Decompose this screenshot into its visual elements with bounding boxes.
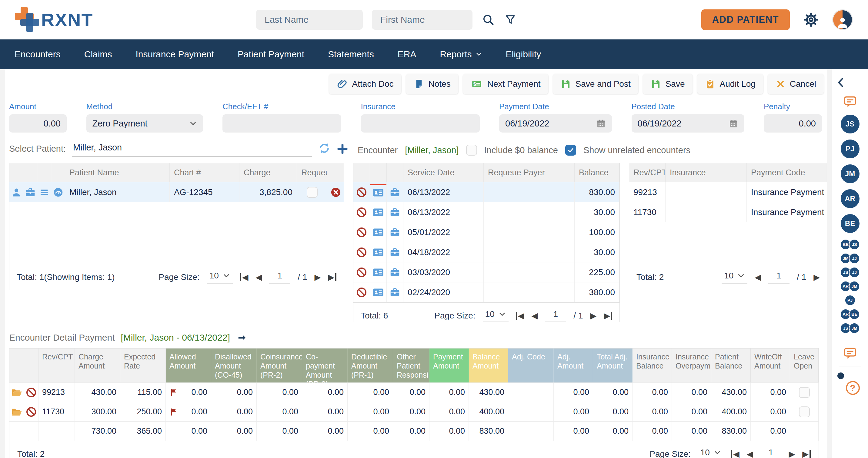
calendar-icon[interactable]: [728, 119, 738, 128]
field-payment-date-input[interactable]: 06/19/2022: [499, 114, 612, 133]
nav-item-claims[interactable]: Claims: [84, 49, 112, 59]
add-patient-button[interactable]: ADD PATIENT: [701, 9, 790, 30]
encounter-row[interactable]: 06/13/202230.00: [353, 202, 619, 222]
notes-button[interactable]: Notes: [406, 74, 458, 94]
patient-row[interactable]: Miller, JasonAG-123453,825.00: [9, 182, 344, 202]
encounter-card-icon[interactable]: [372, 246, 384, 258]
page-number-input[interactable]: 1: [545, 309, 566, 322]
first-page-button[interactable]: ◀: [240, 273, 249, 282]
encounter-card-icon[interactable]: [372, 266, 384, 279]
patient-case-icon[interactable]: [25, 187, 36, 198]
arrow-right-icon[interactable]: [236, 333, 248, 342]
revcpt-row[interactable]: 11730Insurance Payment: [629, 202, 827, 222]
previous-page-button[interactable]: ◀: [747, 449, 753, 458]
chat-icon[interactable]: [843, 346, 857, 360]
field-posted-date-input[interactable]: 06/19/2022: [631, 114, 744, 133]
encounter-card-icon[interactable]: [372, 226, 384, 238]
previous-page-button[interactable]: ◀: [755, 273, 761, 282]
void-encounter-icon[interactable]: [356, 287, 367, 298]
next-page-button[interactable]: ▶: [813, 273, 820, 282]
revcpt-row[interactable]: 99213Insurance Payment: [629, 182, 827, 202]
user-avatar[interactable]: [832, 9, 853, 30]
attach-doc-button[interactable]: Attach Doc: [329, 74, 401, 94]
audit-log-button[interactable]: Audit Log: [698, 74, 763, 94]
open-folder-icon[interactable]: [11, 387, 23, 398]
field-amount-input[interactable]: 0.00: [9, 114, 67, 133]
field-penalty-input[interactable]: 0.00: [764, 114, 822, 133]
encounter-row[interactable]: 02/24/2020380.00: [353, 282, 619, 303]
encounter-card-icon[interactable]: [372, 206, 384, 219]
select-patient-input[interactable]: Miller, Jason: [72, 143, 312, 157]
leave-open-checkbox[interactable]: [799, 387, 810, 398]
encounter-row[interactable]: 03/03/2020225.00: [353, 262, 619, 282]
page-number-input[interactable]: 1: [768, 271, 789, 284]
nav-item-eligibility[interactable]: Eligibility: [506, 49, 541, 59]
last-page-button[interactable]: ▶: [802, 449, 811, 458]
user-avatar-be[interactable]: BE: [849, 309, 860, 320]
nav-item-statements[interactable]: Statements: [328, 49, 374, 59]
encounter-case-icon[interactable]: [390, 247, 400, 258]
first-name-input[interactable]: [372, 10, 472, 30]
requeue-checkbox[interactable]: [307, 187, 318, 198]
next-page-button[interactable]: ▶: [590, 311, 596, 321]
user-avatar-js[interactable]: JS: [849, 239, 860, 250]
last-name-input[interactable]: [256, 10, 363, 30]
previous-page-button[interactable]: ◀: [532, 311, 538, 321]
patient-dashboard-icon[interactable]: [53, 187, 64, 198]
encounter-case-icon[interactable]: [390, 267, 400, 278]
add-patient-plus-icon[interactable]: [336, 143, 348, 157]
nav-item-patient-payment[interactable]: Patient Payment: [238, 49, 304, 59]
remove-patient-icon[interactable]: [330, 187, 342, 198]
void-encounter-icon[interactable]: [356, 187, 367, 198]
field-method-input[interactable]: Zero Payment: [86, 114, 203, 133]
user-avatar-ar[interactable]: AR: [841, 189, 860, 208]
void-encounter-icon[interactable]: [356, 206, 367, 218]
save-button[interactable]: Save: [643, 74, 692, 94]
user-avatar-pj[interactable]: PJ: [845, 295, 856, 306]
page-size-select[interactable]: 10: [722, 271, 747, 284]
void-encounter-icon[interactable]: [356, 247, 367, 258]
app-logo[interactable]: RXNT: [14, 7, 93, 32]
detail-row[interactable]: 11730300.00250.000.000.000.000.000.000.0…: [9, 402, 818, 421]
user-avatar-jj[interactable]: JJ: [849, 253, 860, 264]
chat-icon[interactable]: [843, 95, 857, 109]
patient-menu-icon[interactable]: [39, 187, 50, 198]
user-avatar-jm[interactable]: JM: [849, 281, 860, 292]
field-insurance-input[interactable]: [361, 114, 480, 133]
include-zero-balance-checkbox[interactable]: [466, 145, 477, 155]
detail-row[interactable]: 99213430.00115.000.000.000.000.000.000.0…: [9, 382, 818, 402]
next-payment-button[interactable]: $Next Payment: [463, 74, 548, 94]
encounter-row[interactable]: 04/18/202230.00: [353, 242, 619, 262]
user-avatar-js[interactable]: JS: [841, 115, 860, 134]
leave-open-checkbox[interactable]: [799, 406, 810, 417]
nav-item-insurance-payment[interactable]: Insurance Payment: [135, 49, 214, 59]
void-line-icon[interactable]: [26, 387, 37, 398]
first-page-button[interactable]: ◀: [516, 311, 524, 321]
page-size-select[interactable]: 10: [207, 271, 233, 284]
page-number-input[interactable]: 1: [269, 271, 290, 284]
filter-icon[interactable]: [504, 13, 517, 26]
next-page-button[interactable]: ▶: [314, 273, 321, 282]
encounter-row[interactable]: 05/01/2022100.00: [353, 222, 619, 242]
calendar-icon[interactable]: [596, 119, 606, 128]
last-page-button[interactable]: ▶: [604, 311, 612, 321]
nav-item-encounters[interactable]: Encounters: [14, 49, 61, 59]
encounter-row[interactable]: 06/13/2022830.00: [353, 182, 619, 202]
save-and-post-button[interactable]: Save and Post: [553, 74, 638, 94]
encounter-case-icon[interactable]: [390, 207, 400, 218]
encounter-card-icon[interactable]: [372, 187, 384, 199]
user-avatar-be[interactable]: BE: [841, 214, 860, 233]
cancel-button[interactable]: Cancel: [768, 74, 824, 94]
page-size-select[interactable]: 10: [698, 448, 724, 458]
search-icon[interactable]: [482, 13, 495, 26]
page-number-input[interactable]: 1: [760, 448, 781, 458]
last-page-button[interactable]: ▶: [328, 273, 336, 282]
gear-icon[interactable]: [803, 12, 819, 28]
nav-item-reports[interactable]: Reports: [440, 49, 482, 59]
void-encounter-icon[interactable]: [356, 227, 367, 238]
void-line-icon[interactable]: [26, 406, 37, 418]
user-avatar-jj[interactable]: JJ: [849, 267, 860, 278]
field-check-eft--input[interactable]: [222, 114, 341, 133]
user-avatar-jm[interactable]: JM: [841, 164, 860, 183]
encounter-card-icon[interactable]: [372, 286, 384, 298]
